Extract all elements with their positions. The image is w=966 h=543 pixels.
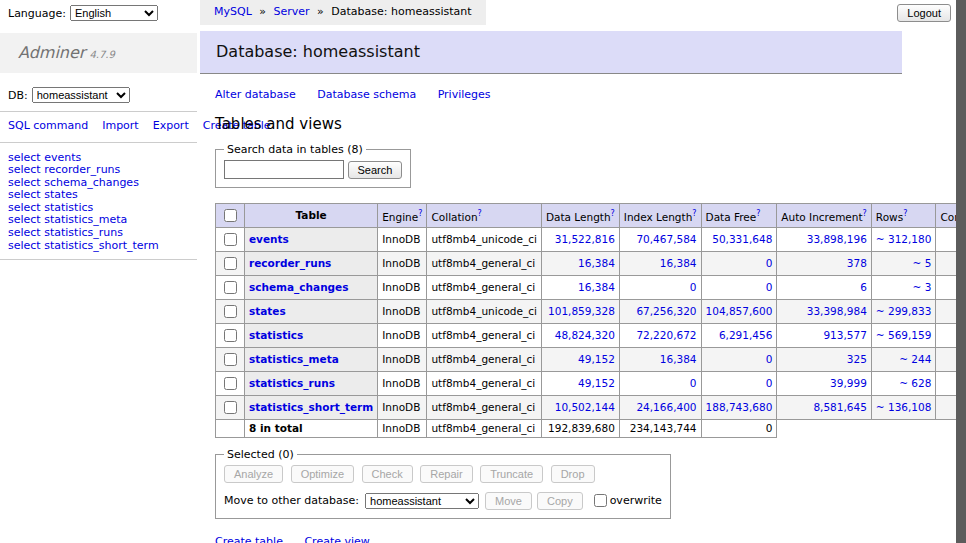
sidebar-item-select-states[interactable]: select states	[8, 189, 189, 202]
search-fieldset: Search data in tables (8) Search	[215, 143, 411, 188]
row-checkbox[interactable]	[224, 257, 237, 270]
engine-cell: InnoDB	[378, 300, 427, 324]
auto-increment-cell: 6	[777, 276, 872, 300]
data-free-cell: 6,291,456	[701, 324, 777, 348]
app-version: 4.7.9	[89, 49, 114, 60]
index-length-cell: 0	[619, 276, 701, 300]
table-name-link[interactable]: states	[249, 305, 286, 317]
create-table-link[interactable]: Create table	[215, 535, 283, 543]
scrollbar-thumb[interactable]	[956, 0, 966, 543]
column-header-auto-increment: Auto Increment?	[777, 204, 872, 228]
overwrite-checkbox[interactable]	[594, 494, 607, 507]
data-free-cell: 0	[701, 372, 777, 396]
tables-and-views-heading: Tables and views	[215, 115, 902, 133]
sidebar-link-import[interactable]: Import	[102, 119, 139, 132]
table-name-link[interactable]: events	[249, 233, 289, 245]
row-checkbox-cell	[216, 324, 245, 348]
database-schema-link[interactable]: Database schema	[317, 88, 416, 101]
data-length-cell: 31,522,816	[541, 228, 619, 252]
sidebar-item-select-recorder-runs[interactable]: select recorder_runs	[8, 164, 189, 177]
table-name-link[interactable]: schema_changes	[249, 281, 349, 293]
table-row: statistics_meta InnoDB utf8mb4_general_c…	[216, 348, 966, 372]
sidebar-item-select-statistics-short-term[interactable]: select statistics_short_term	[8, 240, 189, 253]
db-select[interactable]: homeassistant	[32, 87, 130, 103]
check-button[interactable]: Check	[362, 465, 413, 483]
main-content: MySQL » Server » Database: homeassistant…	[200, 0, 902, 543]
help-link[interactable]: ?	[692, 209, 696, 218]
truncate-button[interactable]: Truncate	[480, 465, 543, 483]
language-select[interactable]: English	[70, 5, 158, 21]
rows-count-cell[interactable]: ~ 244	[871, 348, 936, 372]
logout-button[interactable]: Logout	[897, 4, 951, 22]
help-link[interactable]: ?	[611, 209, 615, 218]
row-checkbox[interactable]	[224, 281, 237, 294]
table-name-link[interactable]: statistics_runs	[249, 377, 335, 389]
help-link[interactable]: ?	[903, 209, 907, 218]
table-name-link[interactable]: statistics	[249, 329, 303, 341]
table-row: schema_changes InnoDB utf8mb4_general_ci…	[216, 276, 966, 300]
help-link[interactable]: ?	[756, 209, 760, 218]
table-name-link[interactable]: recorder_runs	[249, 257, 331, 269]
drop-button[interactable]: Drop	[551, 465, 595, 483]
row-checkbox-cell	[216, 348, 245, 372]
row-checkbox[interactable]	[224, 329, 237, 342]
row-checkbox[interactable]	[224, 233, 237, 246]
table-name-link[interactable]: statistics_meta	[249, 353, 339, 365]
breadcrumb-link-server[interactable]: Server	[274, 5, 310, 18]
row-checkbox[interactable]	[224, 305, 237, 318]
table-name-cell: statistics_meta	[245, 348, 378, 372]
rows-count-cell[interactable]: ~ 3	[871, 276, 936, 300]
copy-button[interactable]: Copy	[537, 492, 583, 510]
row-checkbox-cell	[216, 252, 245, 276]
help-link[interactable]: ?	[418, 209, 422, 218]
total-data-free: 0	[701, 420, 777, 438]
search-button[interactable]: Search	[348, 161, 403, 179]
sidebar-link-sql-command[interactable]: SQL command	[8, 119, 88, 132]
column-header-index-length: Index Length?	[619, 204, 701, 228]
collation-cell: utf8mb4_general_ci	[427, 276, 541, 300]
sidebar-item-select-statistics-runs[interactable]: select statistics_runs	[8, 227, 189, 240]
index-length-cell: 16,384	[619, 252, 701, 276]
rows-count-cell[interactable]: ~ 569,159	[871, 324, 936, 348]
total-row-empty-cell	[216, 420, 245, 438]
row-checkbox-cell	[216, 372, 245, 396]
search-input[interactable]	[224, 160, 344, 179]
table-name-link[interactable]: statistics_short_term	[249, 401, 373, 413]
table-name-cell: recorder_runs	[245, 252, 378, 276]
column-header-rows: Rows?	[871, 204, 936, 228]
repair-button[interactable]: Repair	[420, 465, 472, 483]
move-db-select[interactable]: homeassistant	[365, 493, 479, 509]
help-link[interactable]: ?	[478, 209, 482, 218]
optimize-button[interactable]: Optimize	[291, 465, 354, 483]
rows-count-cell[interactable]: ~ 312,180	[871, 228, 936, 252]
alter-database-link[interactable]: Alter database	[215, 88, 296, 101]
auto-increment-cell: 913,577	[777, 324, 872, 348]
total-label: 8 in total	[245, 420, 378, 438]
sidebar-link-export[interactable]: Export	[153, 119, 189, 132]
privileges-link[interactable]: Privileges	[438, 88, 491, 101]
table-name-cell: statistics_runs	[245, 372, 378, 396]
row-checkbox-cell	[216, 276, 245, 300]
language-row: Language:English	[0, 0, 197, 25]
row-checkbox[interactable]	[224, 401, 237, 414]
select-all-checkbox[interactable]	[224, 209, 237, 222]
row-checkbox[interactable]	[224, 377, 237, 390]
breadcrumb-separator: »	[259, 5, 266, 18]
breadcrumb-link-mysql[interactable]: MySQL	[214, 5, 252, 18]
row-checkbox[interactable]	[224, 353, 237, 366]
row-checkbox-cell	[216, 396, 245, 420]
table-row: states InnoDB utf8mb4_unicode_ci 101,859…	[216, 300, 966, 324]
rows-count-cell[interactable]: ~ 299,833	[871, 300, 936, 324]
rows-count-cell[interactable]: ~ 5	[871, 252, 936, 276]
rows-count-cell[interactable]: ~ 628	[871, 372, 936, 396]
rows-count-cell[interactable]: ~ 136,108	[871, 396, 936, 420]
help-link[interactable]: ?	[863, 209, 867, 218]
engine-cell: InnoDB	[378, 372, 427, 396]
app-title: Adminer4.7.9	[0, 33, 197, 73]
move-button[interactable]: Move	[485, 492, 532, 510]
analyze-button[interactable]: Analyze	[224, 465, 283, 483]
create-view-link[interactable]: Create view	[304, 535, 369, 543]
overwrite-option: overwrite	[590, 491, 662, 510]
auto-increment-cell: 8,581,645	[777, 396, 872, 420]
vertical-scrollbar[interactable]	[956, 0, 966, 543]
